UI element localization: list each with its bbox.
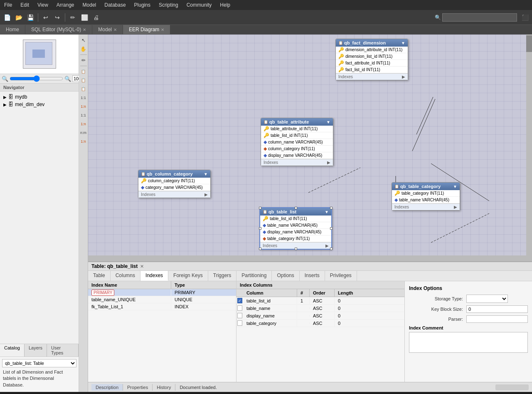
tab-triggers[interactable]: Triggers: [208, 271, 237, 281]
tree-item-mydb[interactable]: ▶ 🗄 mydb: [2, 93, 77, 101]
eer-header-arrow-5[interactable]: ▼: [453, 184, 457, 189]
tab-privileges[interactable]: Privileges: [325, 271, 357, 281]
tool-copy[interactable]: 📋: [79, 76, 88, 84]
search-box: 🔍: [435, 13, 517, 22]
tool-rel5[interactable]: n:m: [79, 129, 88, 137]
tool-rel1[interactable]: 1:1: [79, 94, 88, 102]
menu-plugins[interactable]: Plugins: [130, 1, 155, 9]
eer-indexes-fact-dim[interactable]: Indexes▶: [336, 73, 408, 80]
ic-check-1[interactable]: ✓: [236, 297, 243, 304]
canvas-vscroll[interactable]: [526, 35, 532, 261]
save-button[interactable]: 💾: [25, 12, 36, 23]
tab-model[interactable]: Model ✕: [92, 25, 123, 34]
tab-partitioning[interactable]: Partitioning: [236, 271, 272, 281]
zoom-fit-button[interactable]: ⬛: [520, 12, 530, 23]
tab-sql-close[interactable]: ✕: [83, 27, 86, 32]
print-button[interactable]: 🖨: [91, 12, 101, 23]
opt-comment-area[interactable]: [409, 332, 528, 353]
canvas-vscroll-thumb[interactable]: [526, 35, 532, 52]
eer-table-qb-table-attribute[interactable]: 📋 qb_table_attribute ▼ 🔑table_attribute_…: [261, 118, 333, 166]
eer-header-arrow[interactable]: ▼: [401, 41, 405, 45]
tool-select[interactable]: ↖: [79, 36, 88, 45]
eer-header-arrow-3[interactable]: ▼: [204, 172, 208, 176]
tab-indexes[interactable]: Indexes: [140, 271, 168, 281]
ic-checkbox-2[interactable]: [237, 305, 242, 311]
eer-indexes-col-cat[interactable]: Indexes▶: [138, 191, 210, 198]
menu-file[interactable]: File: [0, 1, 16, 9]
tab-inserts[interactable]: Inserts: [300, 271, 325, 281]
idx-row-unique[interactable]: table_name_UNIQUE UNIQUE: [88, 296, 236, 303]
canvas-hscroll[interactable]: [88, 255, 526, 261]
left-tab-catalog[interactable]: Catalog: [0, 344, 25, 357]
eer-indexes-table-cat[interactable]: Indexes▶: [392, 203, 460, 210]
tool-rel2[interactable]: 1:n: [79, 102, 88, 111]
ic-checkbox-3[interactable]: [237, 313, 242, 318]
tab-sql-editor[interactable]: SQL Editor (MySQL-0) ✕: [25, 25, 92, 34]
status-tab-description[interactable]: Description: [91, 384, 123, 391]
tree-item-mei-dim-dev[interactable]: ▶ 🗄 mei_dim_dev: [2, 101, 77, 108]
eer-header-arrow-2[interactable]: ▼: [326, 120, 330, 124]
tab-eer-diagram[interactable]: EER Diagram ✕: [123, 25, 170, 34]
eer-table-qb-table-category[interactable]: 📋 qb_table_category ▼ 🔑table_category IN…: [392, 182, 460, 211]
menu-database[interactable]: Database: [100, 1, 130, 9]
menu-community[interactable]: Community: [182, 1, 216, 9]
eer-header-arrow-4[interactable]: ▼: [325, 210, 329, 214]
zoom-in-icon[interactable]: 🔍: [64, 76, 71, 82]
eer-table-qb-column-category[interactable]: 📋 qb_column_category ▼ 🔑column_category …: [138, 170, 211, 198]
box-button[interactable]: ⬜: [79, 12, 90, 23]
catalog-select[interactable]: qb_table_list: Table: [2, 359, 76, 367]
tool-rel6[interactable]: 1:n: [79, 137, 88, 146]
edit-button[interactable]: ✏: [67, 12, 78, 23]
opt-storage-select[interactable]: [466, 295, 508, 303]
tool-table[interactable]: 📋: [79, 67, 88, 76]
tab-model-close[interactable]: ✕: [113, 27, 117, 32]
tool-rel3[interactable]: 1:1: [79, 111, 88, 119]
opt-keyblock-input[interactable]: [466, 305, 528, 313]
open-button[interactable]: 📂: [13, 12, 24, 23]
redo-button[interactable]: ↪: [52, 12, 63, 23]
tool-view[interactable]: 📋: [79, 85, 88, 93]
tool-draw[interactable]: ✏: [79, 56, 88, 64]
ic-checkbox-4[interactable]: [237, 320, 242, 326]
search-input[interactable]: [442, 13, 517, 22]
eer-table-qb-fact-dimension[interactable]: 📋 qb_fact_dimension ▼ 🔑dimension_attribu…: [335, 39, 408, 80]
tab-table[interactable]: Table: [88, 271, 111, 281]
left-tab-layers[interactable]: Layers: [25, 344, 47, 357]
undo-button[interactable]: ↩: [40, 12, 51, 23]
idx-row-fk[interactable]: fk_Table_List_1 INDEX: [88, 303, 236, 310]
tree-arrow-mydb: ▶: [3, 95, 7, 99]
zoom-out-icon[interactable]: 🔍: [2, 76, 8, 82]
left-tab-user-types[interactable]: User Types: [47, 344, 79, 357]
eer-row-ta-col-cat: ◆column_category INT(11): [261, 146, 333, 152]
ic-check-2[interactable]: [236, 305, 243, 312]
tab-foreign-keys[interactable]: Foreign Keys: [168, 271, 208, 281]
menu-arrange[interactable]: Arrange: [52, 1, 79, 9]
menu-scripting[interactable]: Scripting: [155, 1, 182, 9]
ic-cell-order-4: ASC: [310, 320, 335, 327]
opt-parser-input[interactable]: [466, 315, 528, 323]
ic-check-4[interactable]: [236, 320, 243, 327]
new-button[interactable]: 📄: [2, 12, 12, 23]
menu-edit[interactable]: Edit: [16, 1, 33, 9]
bottom-panel-close[interactable]: ✕: [140, 264, 144, 269]
menu-help[interactable]: Help: [216, 1, 234, 9]
eer-title-table-attribute: qb_table_attribute: [269, 119, 309, 124]
tool-rel4[interactable]: 1:n: [79, 120, 88, 128]
menu-view[interactable]: View: [33, 1, 52, 9]
tab-home[interactable]: Home: [0, 25, 25, 34]
eer-table-icon-2: 📋: [264, 120, 268, 124]
zoom-slider[interactable]: [10, 76, 63, 81]
tab-eer-close[interactable]: ✕: [161, 27, 164, 32]
tab-options[interactable]: Options: [272, 271, 299, 281]
ic-checkbox-1[interactable]: ✓: [237, 298, 242, 303]
eer-canvas[interactable]: 📋 qb_fact_dimension ▼ 🔑dimension_attribu…: [88, 35, 532, 261]
status-tab-history[interactable]: History: [153, 384, 175, 391]
tab-columns[interactable]: Columns: [111, 271, 140, 281]
eer-table-qb-table-list[interactable]: 📋 qb_table_list ▼ 🔑table_list_id INT(11)…: [259, 207, 332, 250]
eer-indexes-table-attr[interactable]: Indexes▶: [261, 159, 333, 166]
ic-check-3[interactable]: [236, 312, 243, 319]
tool-pan[interactable]: ✋: [79, 45, 88, 53]
menu-model[interactable]: Model: [79, 1, 101, 9]
idx-row-primary[interactable]: PRIMARY PRIMARY: [88, 289, 236, 296]
status-tab-properties[interactable]: Properties: [123, 384, 153, 391]
